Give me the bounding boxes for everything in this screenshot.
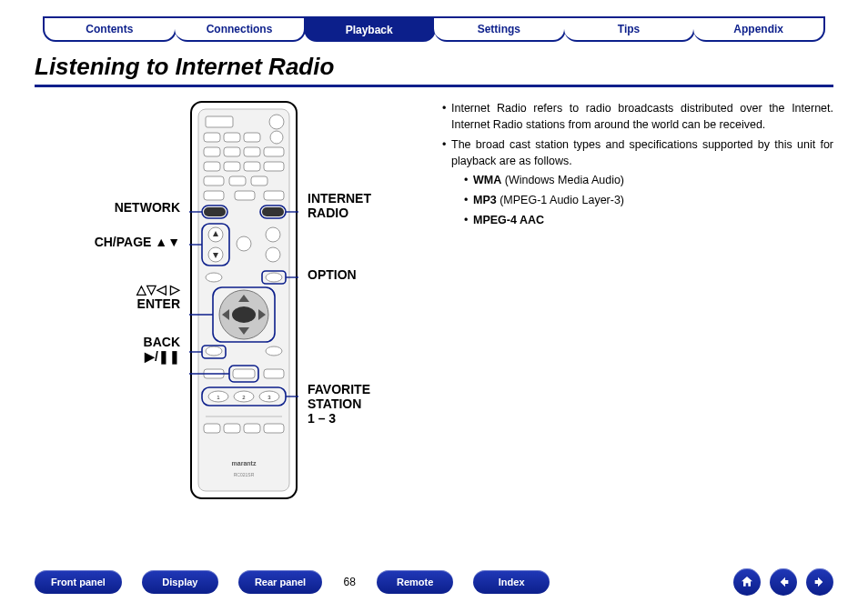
- svg-rect-19: [204, 191, 224, 200]
- svg-rect-18: [251, 176, 267, 186]
- svg-rect-21: [264, 191, 284, 200]
- svg-rect-13: [224, 162, 240, 171]
- label-option: OPTION: [308, 267, 357, 282]
- remote-brand-text: marantz: [232, 460, 257, 467]
- svg-rect-14: [244, 162, 260, 171]
- svg-rect-16: [204, 176, 224, 186]
- label-internet-radio: INTERNET RADIO: [308, 191, 371, 220]
- prev-page-button[interactable]: [770, 568, 797, 596]
- svg-rect-5: [224, 133, 240, 142]
- arrow-left-icon: [776, 575, 791, 589]
- body-bullet-2: The broad cast station types and specifi…: [442, 136, 833, 228]
- svg-rect-50: [233, 369, 255, 378]
- svg-rect-2: [206, 116, 233, 127]
- svg-rect-60: [224, 424, 240, 433]
- svg-rect-61: [244, 424, 260, 433]
- link-display[interactable]: Display: [142, 570, 218, 594]
- svg-rect-59: [204, 424, 220, 433]
- label-back: BACK▶/❚❚: [144, 335, 180, 364]
- home-icon: [740, 575, 754, 589]
- tab-contents[interactable]: Contents: [43, 16, 177, 42]
- svg-rect-8: [204, 147, 220, 156]
- svg-point-31: [237, 236, 251, 251]
- format-mpeg4aac: MPEG-4 AAC: [464, 212, 833, 228]
- svg-rect-6: [244, 133, 260, 142]
- remote-diagram: NETWORK CH/PAGE ▲▼ △▽◁ ▷ENTER BACK▶/❚❚ I…: [35, 100, 426, 548]
- page-title: Listening to Internet Radio: [35, 53, 833, 87]
- label-enter: △▽◁ ▷ENTER: [136, 282, 180, 311]
- svg-rect-23: [204, 207, 226, 216]
- main-content: NETWORK CH/PAGE ▲▼ △▽◁ ▷ENTER BACK▶/❚❚ I…: [35, 100, 833, 548]
- svg-rect-9: [224, 147, 240, 156]
- label-network: NETWORK: [115, 200, 180, 215]
- footer-nav: Front panel Display Rear panel 68 Remote…: [35, 567, 833, 597]
- svg-rect-11: [264, 147, 284, 156]
- tab-tips[interactable]: Tips: [564, 16, 696, 42]
- remote-illustration: 1 2 3 marantz RC021SR: [189, 100, 298, 500]
- link-rear-panel[interactable]: Rear panel: [238, 570, 322, 594]
- home-button[interactable]: [733, 568, 761, 596]
- svg-rect-62: [264, 424, 284, 433]
- svg-rect-25: [262, 207, 284, 216]
- format-mp3: MP3 (MPEG-1 Audio Layer-3): [464, 192, 833, 208]
- tab-playback[interactable]: Playback: [304, 16, 436, 42]
- svg-rect-20: [235, 191, 255, 200]
- label-favorite: FAVORITE STATION 1 – 3: [308, 382, 370, 426]
- svg-rect-4: [204, 133, 220, 142]
- svg-rect-12: [204, 162, 220, 171]
- link-remote[interactable]: Remote: [377, 570, 453, 594]
- svg-point-7: [270, 131, 283, 144]
- link-index[interactable]: Index: [473, 570, 550, 594]
- next-page-button[interactable]: [806, 568, 833, 596]
- svg-rect-17: [229, 176, 246, 186]
- body-bullet-1: Internet Radio refers to radio broadcast…: [442, 100, 833, 133]
- tab-appendix[interactable]: Appendix: [693, 16, 825, 42]
- svg-rect-10: [244, 147, 260, 156]
- top-tabs: Contents Connections Playback Settings T…: [44, 16, 824, 42]
- svg-rect-15: [264, 162, 284, 171]
- remote-model-text: RC021SR: [234, 472, 255, 477]
- svg-point-3: [269, 115, 284, 129]
- page-number: 68: [322, 576, 377, 588]
- link-front-panel[interactable]: Front panel: [35, 570, 122, 594]
- svg-point-44: [206, 346, 222, 356]
- svg-point-39: [232, 306, 256, 323]
- svg-point-33: [266, 247, 280, 262]
- svg-point-45: [266, 346, 282, 356]
- svg-rect-48: [264, 369, 284, 378]
- svg-point-32: [266, 227, 280, 242]
- svg-point-36: [206, 273, 222, 282]
- format-wma: WMA (Windows Media Audio): [464, 172, 833, 188]
- arrow-right-icon: [812, 575, 827, 589]
- tab-connections[interactable]: Connections: [175, 16, 307, 42]
- tab-settings[interactable]: Settings: [434, 16, 566, 42]
- label-chpage: CH/PAGE ▲▼: [95, 235, 180, 249]
- body-text: Internet Radio refers to radio broadcast…: [426, 100, 833, 548]
- svg-point-35: [266, 273, 282, 282]
